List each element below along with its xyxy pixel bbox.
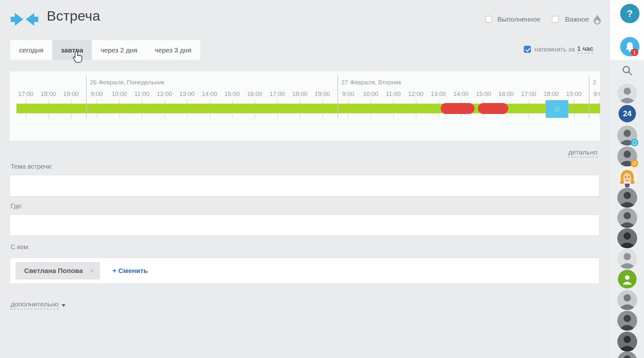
remove-participant-icon[interactable]: × — [90, 267, 94, 275]
free-time-bar[interactable] — [16, 104, 600, 113]
participant-name: Светлана Попова — [24, 267, 83, 275]
hour-tick — [48, 99, 49, 104]
availability-timeline: 17:0018:0019:0026 Февраля, Понедельник9:… — [10, 71, 600, 141]
avatar — [617, 332, 637, 352]
contact-avatar[interactable] — [617, 208, 637, 228]
hour-tick — [277, 114, 278, 118]
hour-tick — [529, 99, 529, 104]
hour-tick — [142, 99, 142, 104]
tab-4[interactable]: через 3 дня — [146, 40, 200, 60]
hour-tick — [71, 99, 72, 104]
hour-label: 18:00 — [543, 90, 559, 98]
counter-badge-value: 24 — [619, 105, 636, 122]
important-checkbox[interactable] — [552, 16, 559, 23]
contact-avatar-cartoon[interactable] — [617, 167, 637, 187]
add-user-avatar[interactable] — [618, 270, 637, 288]
change-participant-link[interactable]: + Сменить — [112, 267, 148, 275]
hour-tick — [232, 99, 233, 104]
avatar — [617, 290, 637, 310]
participants-box[interactable]: Светлана Попова× + Сменить — [10, 258, 600, 284]
busy-segment — [478, 103, 509, 114]
hour-tick — [461, 114, 462, 118]
topic-input[interactable] — [10, 175, 600, 196]
location-input[interactable] — [10, 214, 600, 236]
hour-label: 14:00 — [202, 90, 217, 98]
avatar — [617, 228, 637, 248]
hour-tick — [210, 99, 210, 104]
day-divider — [86, 76, 87, 118]
hour-tick — [371, 114, 371, 118]
avatar — [617, 208, 637, 228]
done-checkbox[interactable] — [485, 16, 492, 23]
hour-tick — [97, 114, 97, 118]
hour-label: 11:00 — [386, 90, 401, 98]
hour-label: 17:00 — [521, 90, 536, 98]
reminder-interval-link[interactable]: 1 час — [577, 45, 594, 53]
contact-avatar[interactable] — [617, 188, 637, 208]
tab-2[interactable]: завтра — [52, 40, 92, 60]
hour-tick — [210, 114, 210, 118]
important-checkbox-label: Важное — [565, 15, 589, 23]
tab-1[interactable]: сегодня — [10, 40, 52, 60]
drag-grip-icon — [557, 107, 557, 112]
avatar — [617, 311, 637, 331]
detail-link[interactable]: детально — [568, 148, 598, 157]
hour-label: 18:00 — [292, 90, 307, 98]
contact-avatar[interactable] — [617, 249, 637, 269]
clock-status-icon — [631, 160, 638, 167]
contact-avatar[interactable] — [617, 83, 637, 103]
hour-label: 17:00 — [18, 90, 34, 98]
hour-tick — [322, 114, 323, 118]
hour-tick — [322, 99, 323, 104]
reminder-checkbox[interactable] — [524, 46, 531, 53]
more-options-link[interactable]: дополнительно — [11, 300, 65, 309]
user-silhouette-icon — [618, 270, 637, 288]
selected-time-block[interactable] — [546, 100, 568, 118]
day-divider — [337, 76, 338, 118]
hour-tick — [600, 114, 600, 118]
avatar — [617, 351, 637, 358]
hour-label: 17:00 — [269, 90, 285, 98]
hour-tick — [483, 114, 484, 118]
participants-label: С кем: — [11, 243, 30, 251]
counter-badge[interactable]: 24 — [619, 105, 636, 122]
hour-tick — [600, 99, 600, 104]
contact-avatar[interactable] — [617, 228, 637, 248]
contact-avatar[interactable] — [617, 146, 637, 166]
hour-tick — [187, 114, 188, 118]
hour-label: 15:00 — [476, 90, 491, 98]
hour-tick — [300, 99, 300, 104]
timeline-strip[interactable]: 17:0018:0019:0026 Февраля, Понедельник9:… — [10, 71, 600, 141]
avatar — [617, 188, 637, 208]
hour-tick — [506, 99, 507, 104]
hour-tick — [574, 114, 574, 118]
contact-avatar[interactable] — [617, 332, 637, 352]
drag-grip-icon — [559, 107, 559, 112]
tab-3[interactable]: через 2 дня — [92, 40, 146, 60]
hour-tick — [187, 99, 188, 104]
participant-tag[interactable]: Светлана Попова× — [15, 262, 100, 279]
hour-label: 19:00 — [566, 90, 581, 98]
contact-avatar[interactable] — [617, 126, 637, 146]
hour-label: 19:00 — [63, 90, 79, 98]
hour-tick — [71, 114, 72, 118]
hour-tick — [348, 99, 349, 104]
contact-avatar[interactable] — [617, 311, 637, 331]
hour-label: 15:00 — [224, 90, 240, 98]
topic-label: Тема встречи: — [11, 163, 53, 170]
busy-segment — [441, 103, 474, 114]
contacts-sidebar: ? 1 24 — [609, 0, 644, 358]
hour-label: 9:00 — [342, 90, 354, 98]
hour-tick — [416, 114, 416, 118]
help-button[interactable]: ? — [620, 4, 639, 23]
avatar — [617, 83, 637, 103]
hour-tick — [300, 114, 300, 118]
flame-icon — [593, 14, 601, 24]
hour-label: 12:00 — [157, 90, 172, 98]
hour-tick — [164, 99, 165, 104]
search-icon — [622, 65, 633, 76]
contact-avatar[interactable] — [617, 290, 637, 310]
contact-avatar[interactable] — [617, 351, 637, 358]
hour-tick — [26, 99, 26, 104]
search-button[interactable] — [622, 65, 633, 77]
